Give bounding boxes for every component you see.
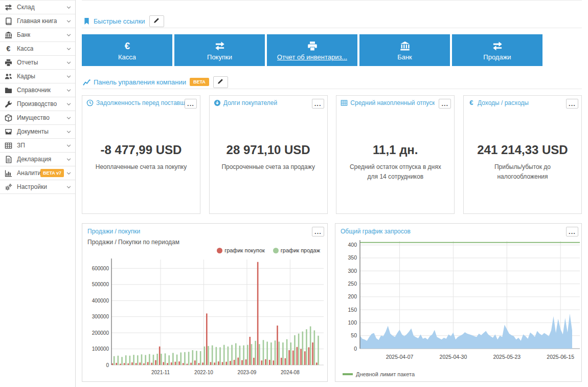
sidebar-item-label: Склад xyxy=(17,4,35,11)
kpi-caption: Просроченные счета за продажу xyxy=(210,162,327,172)
sidebar-item-glavnaya-kniga[interactable]: Главная книга xyxy=(0,14,75,28)
sidebar-item-otchety[interactable]: Отчеты xyxy=(0,56,75,70)
kpi-caption: Средний остаток отпуска в днях для 14 со… xyxy=(336,162,454,181)
sidebar-item-label: Кадры xyxy=(17,73,35,80)
kpi-menu-button[interactable]: ... xyxy=(566,99,578,109)
kpi-menu-button[interactable]: ... xyxy=(439,99,451,109)
svg-text:300: 300 xyxy=(348,268,357,274)
kpi-card-header: Задолженность перед поставщиками xyxy=(82,96,200,106)
kpi-menu-button[interactable]: ... xyxy=(312,99,324,109)
legend-dot-red xyxy=(217,248,222,253)
dashboard-title: Панель управления компании xyxy=(94,78,186,86)
svg-text:2025-05-23: 2025-05-23 xyxy=(493,354,521,360)
svg-text:2025-04-30: 2025-04-30 xyxy=(440,354,467,360)
sidebar-item-kassa[interactable]: € Касса xyxy=(0,42,75,56)
edit-dashboard-button[interactable] xyxy=(213,76,228,88)
kpi-value: -8 477,99 USD xyxy=(82,143,200,157)
svg-text:350: 350 xyxy=(348,254,357,261)
quick-link-bank[interactable]: Банк xyxy=(359,34,450,66)
chart-title: Продажи / покупки xyxy=(87,228,140,235)
svg-text:€: € xyxy=(124,41,130,51)
euro-icon: € xyxy=(5,45,13,53)
sidebar-item-label: Документы xyxy=(17,128,49,135)
quick-links-title: Быстрые ссылки xyxy=(94,17,145,25)
sidebar-item-label: Производство xyxy=(17,100,57,107)
linechart-icon xyxy=(83,78,91,86)
svg-text:100: 100 xyxy=(348,319,357,326)
svg-text:2023-09: 2023-09 xyxy=(238,370,257,375)
legend-item-purchases: график покупок xyxy=(217,247,265,253)
transfer-icon xyxy=(214,40,225,52)
sidebar-item-dokumenty[interactable]: Документы xyxy=(0,125,75,139)
sidebar-item-nastroyki[interactable]: Настройки xyxy=(0,180,75,194)
sidebar-item-analitika[interactable]: Аналитика BETA v7 xyxy=(0,166,75,180)
svg-text:50: 50 xyxy=(351,332,357,338)
quick-link-otchet-ob-inventarizatsii[interactable]: Отчет об инвентариз... xyxy=(267,34,357,66)
chevron-down-icon xyxy=(66,129,72,135)
transfer-icon xyxy=(492,40,503,52)
chart-legend: график покупок график продаж xyxy=(217,247,320,253)
svg-text:2025-06-15: 2025-06-15 xyxy=(547,354,574,360)
edit-quick-links-button[interactable] xyxy=(149,15,164,27)
chevron-down-icon xyxy=(66,18,72,24)
chevron-down-icon xyxy=(66,74,72,79)
kpi-title: Средний накопленный отпуск xyxy=(350,99,435,106)
sidebar-item-label: Отчеты xyxy=(17,59,38,66)
chart-title: Общий график запросов xyxy=(341,228,411,235)
table-icon xyxy=(341,99,348,106)
kpi-card-receivables: Долги покупателей ... 28 971,10 USD Прос… xyxy=(209,95,328,214)
sidebar-item-label: Имущество xyxy=(17,114,50,121)
svg-text:2021-11: 2021-11 xyxy=(151,370,170,375)
sidebar-item-proizvodstvo[interactable]: Производство xyxy=(0,97,75,111)
sidebar-item-imushchestvo[interactable]: Имущество xyxy=(0,111,75,125)
sidebar-item-deklaratsiya[interactable]: Декларация xyxy=(0,153,75,166)
inbox-icon xyxy=(5,128,13,136)
sidebar-item-spravochnik[interactable]: Справочник xyxy=(0,83,75,97)
kpi-menu-button[interactable]: ... xyxy=(185,99,197,109)
kpi-card-header: Средний накопленный отпуск xyxy=(336,96,454,106)
euro-icon: € xyxy=(468,99,475,106)
svg-text:0: 0 xyxy=(106,362,109,368)
chevron-down-icon xyxy=(66,143,72,148)
tile-label: Касса xyxy=(118,53,136,61)
quick-link-pokupki[interactable]: Покупки xyxy=(174,34,265,66)
chart-menu-button[interactable]: ... xyxy=(312,227,324,236)
kpi-value: 28 971,10 USD xyxy=(210,143,327,157)
requests-area-chart: 0501001502002503003504002025-04-072025-0… xyxy=(337,237,580,364)
chevron-down-icon xyxy=(66,115,72,121)
chevron-down-icon xyxy=(66,60,72,66)
beta-v7-badge: BETA v7 xyxy=(40,169,64,177)
sidebar-item-zp[interactable]: ЗП xyxy=(0,139,75,153)
sidebar-item-label: ЗП xyxy=(17,142,25,149)
printer-icon xyxy=(5,59,13,67)
dashboard-header: Панель управления компании BETA xyxy=(83,75,228,89)
kpi-card-vacation: Средний накопленный отпуск ... 11,1 дн. … xyxy=(336,95,455,214)
sidebar-item-sklad[interactable]: Склад xyxy=(0,1,75,14)
quick-link-kassa[interactable]: € Касса xyxy=(82,34,172,66)
kpi-value: 11,1 дн. xyxy=(336,143,454,157)
quick-links-tiles: € Касса Покупки Отчет об инвентариз... Б… xyxy=(82,34,542,66)
tile-label: Отчет об инвентариз... xyxy=(277,53,347,61)
svg-text:600000: 600000 xyxy=(92,266,109,271)
kpi-title: Доходы / расходы xyxy=(478,99,529,106)
svg-text:€: € xyxy=(7,45,11,53)
gears-icon xyxy=(5,183,13,191)
sidebar-item-label: Главная книга xyxy=(17,17,57,25)
bank-icon xyxy=(5,31,13,39)
svg-text:2022-10: 2022-10 xyxy=(194,370,213,375)
tile-label: Банк xyxy=(397,53,412,61)
svg-text:0: 0 xyxy=(354,346,357,352)
book-icon xyxy=(5,17,13,25)
chevron-down-icon xyxy=(66,88,72,93)
chart-menu-button[interactable]: ... xyxy=(566,227,578,236)
beta-badge: BETA xyxy=(190,78,209,86)
kpi-card-payables: Задолженность перед поставщиками ... -8 … xyxy=(82,95,200,214)
chevron-down-icon xyxy=(66,5,72,10)
sidebar-item-bank[interactable]: Банк xyxy=(0,28,75,42)
chevron-down-icon xyxy=(66,157,72,162)
sidebar-item-kadry[interactable]: Кадры xyxy=(0,70,75,83)
tile-label: Продажи xyxy=(483,53,511,61)
chevron-down-icon xyxy=(66,46,72,52)
kpi-caption: Неоплаченные счета за покупку xyxy=(82,162,200,172)
quick-link-prodazhi[interactable]: Продажи xyxy=(452,34,542,66)
